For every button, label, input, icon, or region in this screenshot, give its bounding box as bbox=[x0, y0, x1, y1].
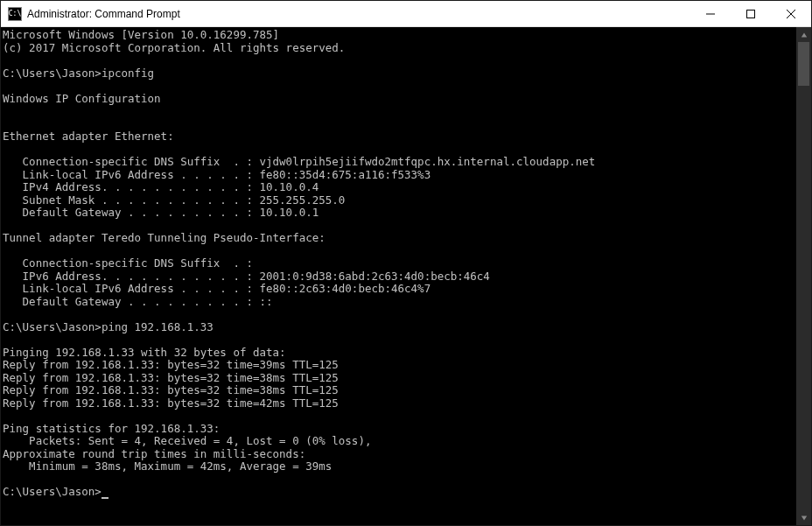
os-version-line: Microsoft Windows [Version 10.0.16299.78… bbox=[3, 28, 279, 41]
prompt-current: C:\Users\Jason> bbox=[3, 485, 102, 498]
window-controls bbox=[690, 1, 811, 26]
svg-rect-1 bbox=[747, 10, 755, 18]
prompt-ping: C:\Users\Jason>ping 192.168.1.33 bbox=[3, 320, 214, 333]
tun-ipv6-address: IPv6 Address. . . . . . . . . . . : 2001… bbox=[3, 270, 490, 283]
eth-subnet-mask: Subnet Mask . . . . . . . . . . . : 255.… bbox=[3, 193, 345, 207]
ping-header: Pinging 192.168.1.33 with 32 bytes of da… bbox=[3, 346, 286, 359]
terminal-output[interactable]: Microsoft Windows [Version 10.0.16299.78… bbox=[1, 27, 796, 525]
copyright-line: (c) 2017 Microsoft Corporation. All righ… bbox=[3, 41, 345, 54]
tun-dns-suffix: Connection-specific DNS Suffix . : bbox=[3, 256, 253, 270]
window-title: Administrator: Command Prompt bbox=[27, 8, 690, 20]
tunnel-adapter-header: Tunnel adapter Teredo Tunneling Pseudo-I… bbox=[3, 231, 326, 244]
minimize-button[interactable] bbox=[690, 1, 731, 26]
ethernet-adapter-header: Ethernet adapter Ethernet: bbox=[3, 130, 174, 143]
tun-default-gateway: Default Gateway . . . . . . . . . : :: bbox=[3, 295, 273, 308]
ping-rtt-header: Approximate round trip times in milli-se… bbox=[3, 447, 305, 460]
prompt-ipconfig: C:\Users\Jason>ipconfig bbox=[3, 67, 154, 80]
cmd-icon: C:\ bbox=[8, 7, 22, 21]
scroll-thumb[interactable] bbox=[798, 42, 809, 86]
tun-link-local-ipv6: Link-local IPv6 Address . . . . . : fe80… bbox=[3, 282, 430, 295]
ping-stats-header: Ping statistics for 192.168.1.33: bbox=[3, 422, 220, 435]
command-prompt-window: C:\ Administrator: Command Prompt Micros… bbox=[0, 0, 812, 526]
scroll-up-button[interactable] bbox=[796, 27, 811, 42]
ping-reply-4: Reply from 192.168.1.33: bytes=32 time=4… bbox=[3, 396, 339, 410]
scroll-down-button[interactable] bbox=[796, 510, 811, 525]
close-button[interactable] bbox=[771, 1, 811, 26]
ping-rtt-values: Minimum = 38ms, Maximum = 42ms, Average … bbox=[3, 459, 332, 473]
titlebar[interactable]: C:\ Administrator: Command Prompt bbox=[1, 1, 811, 27]
ping-reply-1: Reply from 192.168.1.33: bytes=32 time=3… bbox=[3, 358, 339, 371]
ping-reply-2: Reply from 192.168.1.33: bytes=32 time=3… bbox=[3, 371, 339, 384]
eth-ipv4-address: IPv4 Address. . . . . . . . . . . : 10.1… bbox=[3, 180, 318, 193]
eth-dns-suffix: Connection-specific DNS Suffix . : vjdw0… bbox=[3, 155, 595, 168]
ipconfig-title: Windows IP Configuration bbox=[3, 92, 161, 105]
vertical-scrollbar[interactable] bbox=[796, 27, 811, 525]
ping-stats-packets: Packets: Sent = 4, Received = 4, Lost = … bbox=[3, 434, 371, 447]
terminal-wrapper: Microsoft Windows [Version 10.0.16299.78… bbox=[1, 27, 811, 525]
ping-reply-3: Reply from 192.168.1.33: bytes=32 time=3… bbox=[3, 383, 339, 396]
cursor bbox=[102, 497, 108, 499]
maximize-button[interactable] bbox=[731, 1, 771, 26]
eth-default-gateway: Default Gateway . . . . . . . . . : 10.1… bbox=[3, 206, 318, 219]
eth-link-local-ipv6: Link-local IPv6 Address . . . . . : fe80… bbox=[3, 168, 430, 181]
